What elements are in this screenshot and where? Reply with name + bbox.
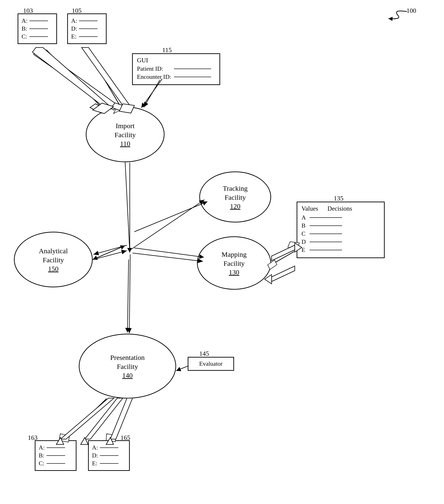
doc165-field-d: D:	[92, 452, 126, 459]
svg-marker-42	[85, 398, 123, 439]
arrow-evaluator-presentation	[176, 366, 188, 371]
presentation-facility: PresentationFacility 140	[79, 334, 176, 398]
analytical-label: AnalyticalFacility	[39, 246, 68, 264]
doc-165: A: D: E:	[88, 440, 130, 471]
svg-marker-23	[33, 48, 109, 106]
ref-145: 145	[199, 350, 209, 357]
decisions-box: Values Decisions A B C D E	[297, 202, 385, 258]
svg-marker-40	[110, 398, 133, 439]
decisions-row-d: D	[302, 238, 380, 245]
arrow-hub-to-presentation	[127, 260, 129, 333]
svg-marker-34	[272, 245, 295, 261]
arrow-hub-to-tracking	[134, 202, 207, 232]
gui-title: GUI	[137, 57, 215, 64]
svg-line-32	[133, 253, 203, 261]
tracking-facility: TrackingFacility 120	[199, 171, 271, 222]
svg-line-14	[272, 246, 294, 258]
ref-135: 135	[334, 195, 343, 202]
svg-line-10	[93, 246, 125, 260]
import-number: 110	[120, 140, 130, 148]
arrow-doc105-to-import	[87, 50, 126, 111]
svg-marker-25	[82, 48, 130, 106]
diagram-container: 100 A: B: C: 103 A: D: E: 105	[0, 0, 444, 504]
svg-line-33	[129, 254, 130, 333]
arrow-import-to-hub	[125, 162, 130, 252]
svg-line-3	[46, 50, 102, 108]
gui-encounterid: Encounter ID:	[137, 73, 215, 80]
svg-line-29	[130, 200, 204, 250]
gui-115: GUI Patient ID: Encounter ID:	[132, 53, 220, 85]
ref-100: 100	[379, 7, 416, 21]
doc163-field-b: B:	[39, 452, 72, 459]
svg-marker-0	[34, 50, 118, 110]
arrow-hub-to-analytical	[93, 246, 125, 260]
arrow-doc103-to-import	[46, 50, 107, 113]
import-label: ImportFacility	[114, 121, 136, 139]
doc165-field-e: E:	[92, 460, 126, 467]
svg-marker-38	[60, 398, 114, 439]
analytical-number: 150	[48, 265, 59, 273]
mapping-label: MappingFacility	[222, 250, 247, 268]
svg-line-13	[127, 260, 129, 333]
doc163-field-a: A:	[39, 444, 72, 451]
svg-marker-36	[272, 266, 295, 282]
analytical-facility: AnalyticalFacility 150	[14, 232, 93, 287]
arrow-mapping-decisions	[268, 242, 299, 270]
svg-line-5	[87, 50, 121, 107]
svg-line-31	[93, 251, 127, 260]
svg-line-9	[134, 202, 207, 232]
doc105-field-a: A:	[71, 17, 103, 24]
evaluator-box: Evaluator	[188, 357, 234, 371]
mapping-number: 130	[229, 268, 239, 276]
doc103-field-c: C:	[21, 33, 53, 40]
presentation-label: PresentationFacility	[110, 353, 145, 371]
doc103-field-a: A:	[21, 17, 53, 24]
svg-line-20	[111, 398, 130, 439]
presentation-number: 140	[122, 371, 133, 379]
svg-line-11	[93, 246, 125, 260]
values-header: Values	[302, 205, 318, 212]
svg-line-16	[272, 252, 294, 264]
evaluator-label: Evaluator	[199, 360, 222, 367]
gui-patientid: Patient ID:	[137, 65, 215, 72]
import-facility: ImportFacility 110	[86, 107, 164, 162]
doc105-field-d: D:	[71, 25, 103, 32]
doc163-field-c: C:	[39, 460, 72, 467]
svg-line-22	[176, 366, 188, 371]
ref-163: 163	[28, 434, 37, 441]
ref-165: 165	[121, 434, 130, 441]
doc-163: A: B: C:	[35, 440, 76, 471]
svg-marker-43	[81, 437, 88, 444]
decisions-row-a: A	[302, 214, 380, 221]
tracking-number: 120	[230, 202, 241, 210]
ref-105: 105	[72, 7, 82, 14]
decisions-row-b: B	[302, 222, 380, 229]
doc-103: A: B: C:	[18, 14, 57, 44]
svg-line-8	[125, 162, 130, 252]
decisions-header-label: Decisions	[327, 205, 352, 212]
doc103-field-b: B:	[21, 25, 53, 32]
decisions-header: Values Decisions	[302, 205, 380, 212]
doc165-field-a: A:	[92, 444, 126, 451]
arrow-presentation-to-doc163	[59, 398, 107, 442]
arrow-hub-to-mapping	[134, 248, 204, 257]
mapping-facility: MappingFacility 130	[197, 236, 271, 290]
ref-103: 103	[23, 7, 33, 14]
decisions-row-c: C	[302, 230, 380, 237]
svg-line-30	[93, 245, 127, 254]
svg-line-12	[134, 248, 204, 257]
doc105-field-e: E:	[71, 33, 103, 40]
decisions-row-e: E	[302, 247, 380, 253]
doc-105: A: D: E:	[67, 14, 107, 44]
tracking-label: TrackingFacility	[223, 184, 248, 202]
ref-115: 115	[162, 46, 172, 54]
svg-line-18	[65, 398, 107, 439]
